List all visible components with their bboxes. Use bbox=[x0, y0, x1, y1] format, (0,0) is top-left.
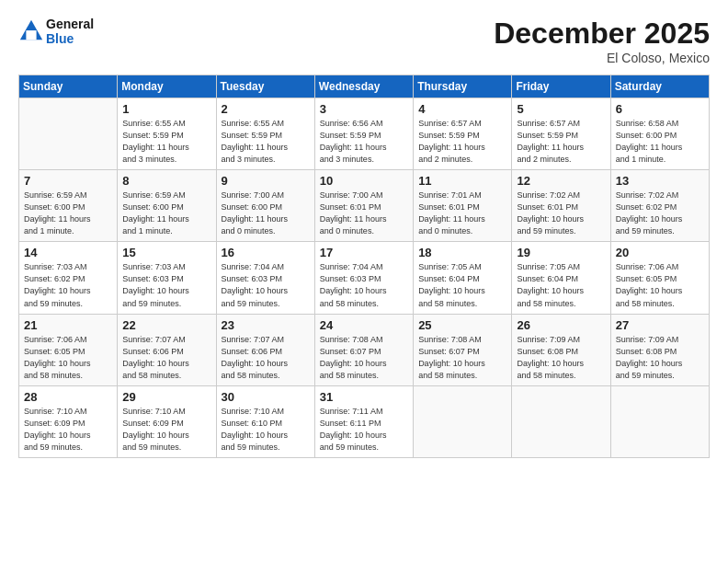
week-row-3: 14Sunrise: 7:03 AM Sunset: 6:02 PM Dayli… bbox=[19, 242, 710, 314]
day-info: Sunrise: 7:04 AM Sunset: 6:03 PM Dayligh… bbox=[320, 261, 409, 309]
day-cell: 4Sunrise: 6:57 AM Sunset: 5:59 PM Daylig… bbox=[414, 98, 512, 170]
day-cell: 16Sunrise: 7:04 AM Sunset: 6:03 PM Dayli… bbox=[216, 242, 314, 314]
day-header-wednesday: Wednesday bbox=[314, 75, 413, 98]
day-header-saturday: Saturday bbox=[610, 75, 709, 98]
day-info: Sunrise: 7:02 AM Sunset: 6:02 PM Dayligh… bbox=[616, 190, 705, 237]
day-info: Sunrise: 6:56 AM Sunset: 5:59 PM Dayligh… bbox=[320, 118, 409, 166]
calendar-page: General Blue December 2025 El Coloso, Me… bbox=[0, 0, 728, 563]
day-info: Sunrise: 6:59 AM Sunset: 6:00 PM Dayligh… bbox=[24, 190, 113, 237]
day-cell: 5Sunrise: 6:57 AM Sunset: 5:59 PM Daylig… bbox=[512, 98, 610, 170]
day-info: Sunrise: 7:07 AM Sunset: 6:06 PM Dayligh… bbox=[222, 334, 311, 382]
day-cell: 24Sunrise: 7:08 AM Sunset: 6:07 PM Dayli… bbox=[314, 314, 413, 385]
day-cell: 11Sunrise: 7:01 AM Sunset: 6:01 PM Dayli… bbox=[414, 170, 512, 242]
day-number: 21 bbox=[24, 318, 113, 332]
day-number: 9 bbox=[222, 174, 311, 188]
day-info: Sunrise: 7:01 AM Sunset: 6:01 PM Dayligh… bbox=[418, 190, 507, 237]
month-title: December 2025 bbox=[494, 17, 710, 51]
day-info: Sunrise: 7:05 AM Sunset: 6:04 PM Dayligh… bbox=[418, 261, 507, 309]
day-number: 11 bbox=[418, 174, 507, 188]
day-info: Sunrise: 7:03 AM Sunset: 6:03 PM Dayligh… bbox=[122, 261, 211, 309]
day-info: Sunrise: 6:57 AM Sunset: 5:59 PM Dayligh… bbox=[517, 118, 606, 166]
day-info: Sunrise: 7:00 AM Sunset: 6:00 PM Dayligh… bbox=[222, 190, 311, 237]
svg-rect-1 bbox=[26, 30, 36, 40]
day-number: 24 bbox=[320, 318, 409, 332]
day-number: 12 bbox=[517, 174, 606, 188]
week-row-2: 7Sunrise: 6:59 AM Sunset: 6:00 PM Daylig… bbox=[19, 170, 710, 242]
day-number: 15 bbox=[122, 246, 211, 259]
day-number: 3 bbox=[320, 102, 409, 116]
day-number: 26 bbox=[517, 318, 606, 332]
day-number: 22 bbox=[122, 318, 211, 332]
day-number: 18 bbox=[418, 246, 507, 259]
day-info: Sunrise: 7:10 AM Sunset: 6:09 PM Dayligh… bbox=[122, 406, 211, 454]
day-cell: 30Sunrise: 7:10 AM Sunset: 6:10 PM Dayli… bbox=[216, 385, 314, 457]
day-number: 19 bbox=[517, 246, 606, 259]
day-cell: 6Sunrise: 6:58 AM Sunset: 6:00 PM Daylig… bbox=[610, 98, 709, 170]
day-number: 13 bbox=[616, 174, 705, 188]
day-info: Sunrise: 7:10 AM Sunset: 6:09 PM Dayligh… bbox=[24, 406, 113, 454]
day-info: Sunrise: 7:04 AM Sunset: 6:03 PM Dayligh… bbox=[222, 261, 311, 309]
day-number: 17 bbox=[320, 246, 409, 259]
week-row-1: 1Sunrise: 6:55 AM Sunset: 5:59 PM Daylig… bbox=[19, 98, 710, 170]
day-cell: 17Sunrise: 7:04 AM Sunset: 6:03 PM Dayli… bbox=[314, 242, 413, 314]
day-header-friday: Friday bbox=[512, 75, 610, 98]
day-cell: 22Sunrise: 7:07 AM Sunset: 6:06 PM Dayli… bbox=[118, 314, 216, 385]
logo: General Blue bbox=[18, 17, 94, 46]
day-cell: 3Sunrise: 6:56 AM Sunset: 5:59 PM Daylig… bbox=[314, 98, 413, 170]
day-info: Sunrise: 7:09 AM Sunset: 6:08 PM Dayligh… bbox=[517, 334, 606, 382]
day-info: Sunrise: 6:58 AM Sunset: 6:00 PM Dayligh… bbox=[616, 118, 705, 166]
day-cell: 1Sunrise: 6:55 AM Sunset: 5:59 PM Daylig… bbox=[118, 98, 216, 170]
day-number: 2 bbox=[222, 102, 311, 116]
day-cell: 31Sunrise: 7:11 AM Sunset: 6:11 PM Dayli… bbox=[314, 385, 413, 457]
title-block: December 2025 El Coloso, Mexico bbox=[494, 17, 710, 65]
day-cell bbox=[414, 385, 512, 457]
day-header-sunday: Sunday bbox=[19, 75, 118, 98]
day-number: 28 bbox=[24, 390, 113, 404]
day-number: 10 bbox=[320, 174, 409, 188]
day-number: 29 bbox=[122, 390, 211, 404]
day-info: Sunrise: 6:59 AM Sunset: 6:00 PM Dayligh… bbox=[122, 190, 211, 237]
day-cell bbox=[610, 385, 709, 457]
day-info: Sunrise: 7:05 AM Sunset: 6:04 PM Dayligh… bbox=[517, 261, 606, 309]
week-row-5: 28Sunrise: 7:10 AM Sunset: 6:09 PM Dayli… bbox=[19, 385, 710, 457]
day-number: 1 bbox=[122, 102, 211, 116]
day-number: 14 bbox=[24, 246, 113, 259]
day-cell: 9Sunrise: 7:00 AM Sunset: 6:00 PM Daylig… bbox=[216, 170, 314, 242]
day-cell: 13Sunrise: 7:02 AM Sunset: 6:02 PM Dayli… bbox=[610, 170, 709, 242]
day-info: Sunrise: 7:11 AM Sunset: 6:11 PM Dayligh… bbox=[320, 406, 409, 454]
day-cell: 19Sunrise: 7:05 AM Sunset: 6:04 PM Dayli… bbox=[512, 242, 610, 314]
day-cell: 27Sunrise: 7:09 AM Sunset: 6:08 PM Dayli… bbox=[610, 314, 709, 385]
day-cell: 20Sunrise: 7:06 AM Sunset: 6:05 PM Dayli… bbox=[610, 242, 709, 314]
day-info: Sunrise: 7:02 AM Sunset: 6:01 PM Dayligh… bbox=[517, 190, 606, 237]
day-number: 4 bbox=[418, 102, 507, 116]
day-cell: 21Sunrise: 7:06 AM Sunset: 6:05 PM Dayli… bbox=[19, 314, 118, 385]
week-row-4: 21Sunrise: 7:06 AM Sunset: 6:05 PM Dayli… bbox=[19, 314, 710, 385]
day-info: Sunrise: 6:57 AM Sunset: 5:59 PM Dayligh… bbox=[418, 118, 507, 166]
day-cell: 25Sunrise: 7:08 AM Sunset: 6:07 PM Dayli… bbox=[414, 314, 512, 385]
day-cell bbox=[512, 385, 610, 457]
day-header-tuesday: Tuesday bbox=[216, 75, 314, 98]
day-number: 27 bbox=[616, 318, 705, 332]
calendar-table: SundayMondayTuesdayWednesdayThursdayFrid… bbox=[18, 75, 710, 458]
day-info: Sunrise: 7:06 AM Sunset: 6:05 PM Dayligh… bbox=[24, 334, 113, 382]
day-number: 16 bbox=[222, 246, 311, 259]
day-cell: 28Sunrise: 7:10 AM Sunset: 6:09 PM Dayli… bbox=[19, 385, 118, 457]
day-number: 8 bbox=[122, 174, 211, 188]
day-number: 25 bbox=[418, 318, 507, 332]
day-info: Sunrise: 7:10 AM Sunset: 6:10 PM Dayligh… bbox=[222, 406, 311, 454]
day-cell: 2Sunrise: 6:55 AM Sunset: 5:59 PM Daylig… bbox=[216, 98, 314, 170]
logo-icon bbox=[18, 18, 44, 44]
day-cell: 14Sunrise: 7:03 AM Sunset: 6:02 PM Dayli… bbox=[19, 242, 118, 314]
day-number: 31 bbox=[320, 390, 409, 404]
day-cell: 7Sunrise: 6:59 AM Sunset: 6:00 PM Daylig… bbox=[19, 170, 118, 242]
day-number: 23 bbox=[222, 318, 311, 332]
day-cell: 15Sunrise: 7:03 AM Sunset: 6:03 PM Dayli… bbox=[118, 242, 216, 314]
day-number: 5 bbox=[517, 102, 606, 116]
day-cell: 23Sunrise: 7:07 AM Sunset: 6:06 PM Dayli… bbox=[216, 314, 314, 385]
day-header-monday: Monday bbox=[118, 75, 216, 98]
day-number: 20 bbox=[616, 246, 705, 259]
day-info: Sunrise: 7:06 AM Sunset: 6:05 PM Dayligh… bbox=[616, 261, 705, 309]
location: El Coloso, Mexico bbox=[494, 51, 710, 65]
day-info: Sunrise: 6:55 AM Sunset: 5:59 PM Dayligh… bbox=[122, 118, 211, 166]
header: General Blue December 2025 El Coloso, Me… bbox=[18, 17, 710, 65]
